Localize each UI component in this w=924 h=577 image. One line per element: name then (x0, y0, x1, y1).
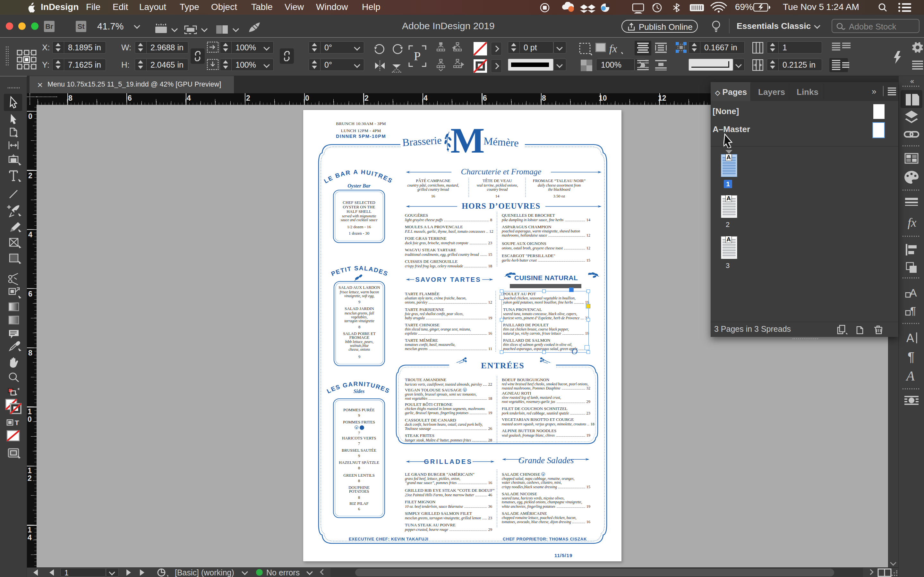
svg-text:fx: fx (609, 43, 617, 55)
svg-text:A: A (905, 369, 915, 384)
svg-text:A: A (909, 287, 917, 299)
svg-text:LE BAR A HUITRES: LE BAR A HUITRES (323, 169, 394, 185)
svg-text:¶: ¶ (908, 350, 914, 364)
svg-text:A: A (906, 332, 914, 345)
svg-text:T: T (15, 419, 19, 427)
svg-text:¶: ¶ (910, 305, 916, 317)
svg-text:fx: fx (908, 216, 917, 229)
